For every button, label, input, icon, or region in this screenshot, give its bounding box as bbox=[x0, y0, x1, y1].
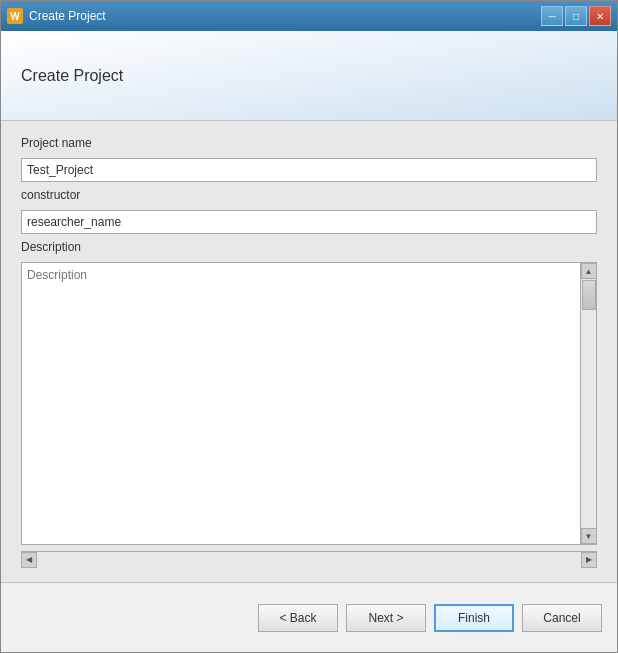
window-title: Create Project bbox=[29, 9, 106, 23]
scroll-track bbox=[581, 279, 596, 528]
maximize-button[interactable]: □ bbox=[565, 6, 587, 26]
close-button[interactable]: ✕ bbox=[589, 6, 611, 26]
next-button[interactable]: Next > bbox=[346, 604, 426, 632]
vertical-scrollbar[interactable]: ▲ ▼ bbox=[580, 263, 596, 544]
horizontal-scrollbar[interactable]: ◀ ▶ bbox=[21, 551, 597, 567]
scroll-up-button[interactable]: ▲ bbox=[581, 263, 597, 279]
project-name-input[interactable] bbox=[21, 158, 597, 182]
cancel-button[interactable]: Cancel bbox=[522, 604, 602, 632]
window-body: Create Project Project name constructor … bbox=[1, 31, 617, 652]
description-container: ▲ ▼ bbox=[21, 262, 597, 545]
scroll-right-button[interactable]: ▶ bbox=[581, 552, 597, 568]
window: W Create Project ─ □ ✕ Create Project Pr… bbox=[0, 0, 618, 653]
minimize-button[interactable]: ─ bbox=[541, 6, 563, 26]
description-textarea[interactable] bbox=[22, 263, 580, 544]
header-area: Create Project bbox=[1, 31, 617, 121]
constructor-input[interactable] bbox=[21, 210, 597, 234]
project-name-label: Project name bbox=[21, 136, 597, 150]
finish-button[interactable]: Finish bbox=[434, 604, 514, 632]
page-title: Create Project bbox=[21, 67, 123, 85]
app-icon: W bbox=[7, 8, 23, 24]
form-area: Project name constructor Description ▲ ▼… bbox=[1, 121, 617, 582]
titlebar: W Create Project ─ □ ✕ bbox=[1, 1, 617, 31]
scroll-h-track bbox=[37, 552, 581, 567]
scroll-down-button[interactable]: ▼ bbox=[581, 528, 597, 544]
scroll-left-button[interactable]: ◀ bbox=[21, 552, 37, 568]
scroll-thumb[interactable] bbox=[582, 280, 596, 310]
constructor-label: constructor bbox=[21, 188, 597, 202]
footer-area: < Back Next > Finish Cancel bbox=[1, 582, 617, 652]
description-label: Description bbox=[21, 240, 597, 254]
back-button[interactable]: < Back bbox=[258, 604, 338, 632]
titlebar-buttons: ─ □ ✕ bbox=[541, 6, 611, 26]
titlebar-left: W Create Project bbox=[7, 8, 106, 24]
